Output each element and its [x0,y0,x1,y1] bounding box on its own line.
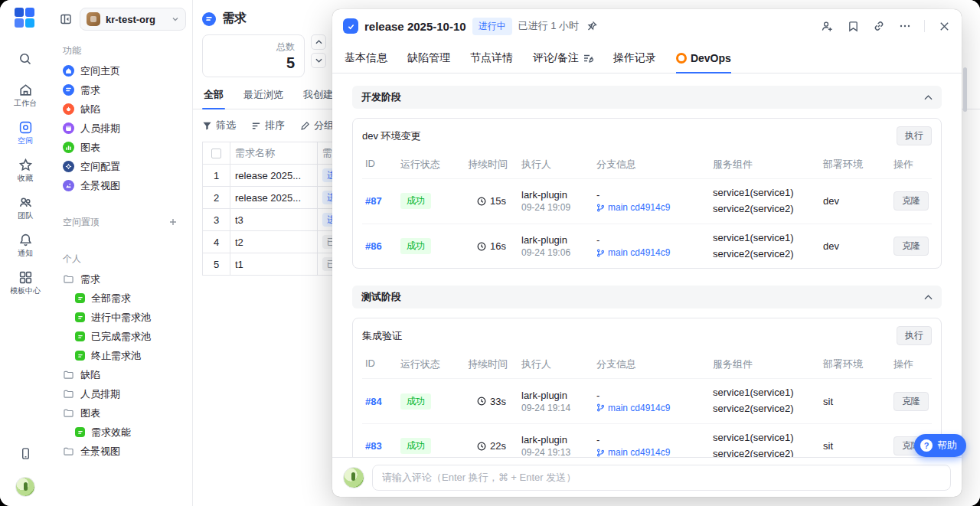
tree-item-all-requirements[interactable]: 全部需求 [55,289,188,308]
tree-item-requirement-efficiency[interactable]: 需求效能 [55,423,188,442]
col-duration: 持续时间 [465,353,518,378]
sidebar-collapse-icon[interactable] [57,10,75,28]
devops-content: 开发阶段 dev 环境变更 执行 ID 运行状态 持续时间 执行人 分支信息 服… [332,73,962,457]
run-id-link[interactable]: #83 [365,440,394,452]
sidebar-item-panorama[interactable]: 全景视图 [55,176,188,195]
rail-item-template-center[interactable]: 模板中心 [10,270,41,295]
scrollbar-thumb[interactable] [963,67,967,112]
add-member-icon[interactable] [820,19,834,33]
sidebar-item-space-home[interactable]: 空间主页 [55,61,188,80]
sidebar-item-charts[interactable]: 图表 [55,138,188,157]
stat-label: 总数 [276,41,295,54]
run-id-link[interactable]: #86 [365,240,394,252]
filter-button[interactable]: 筛选 [202,119,236,132]
service-component: service2(service2) [713,202,817,217]
requirement-name[interactable]: release 2025... [235,170,301,181]
run-id-link[interactable]: #87 [365,195,394,207]
branch-name: main cd4914c9 [608,202,670,213]
org-selector[interactable]: kr-test-org [80,8,186,31]
more-icon[interactable] [898,19,912,33]
service-component: service1(service1) [713,186,817,201]
branch-link[interactable]: main cd4914c9 [596,403,707,413]
execute-button[interactable]: 执行 [897,126,932,145]
col-services: 服务组件 [710,153,820,178]
rail-item-workbench[interactable]: 工作台 [14,83,37,107]
tree-folder-defects[interactable]: 缺陷 [55,365,188,384]
requirement-name[interactable]: t2 [235,237,243,248]
bookmark-icon[interactable] [846,19,860,33]
tree-item-completed-pool[interactable]: 已完成需求池 [55,327,188,346]
close-icon[interactable] [937,19,951,33]
run-duration: 15s [490,195,506,207]
run-status-badge: 成功 [400,193,431,209]
col-env: 部署环境 [820,153,890,178]
tab-all[interactable]: 全部 [202,88,225,109]
tree-item-terminated-pool[interactable]: 终止需求池 [55,346,188,365]
rail-item-favorites[interactable]: 收藏 [18,158,33,182]
section-dev-stage[interactable]: 开发阶段 [352,86,942,109]
sidebar-item-label: 空间主页 [80,64,120,78]
rail-bottom [12,440,38,497]
tab-comments[interactable]: 评论/备注 [533,43,593,73]
sidebar-item-defects[interactable]: 缺陷 [55,100,188,119]
tab-defect-management[interactable]: 缺陷管理 [407,43,450,73]
doc-icon [75,293,85,303]
sidebar-item-staff-schedule[interactable]: 人员排期 [55,119,188,138]
scroll-down-button[interactable] [311,53,326,68]
requirement-name[interactable]: t1 [235,259,243,270]
clone-button[interactable]: 克隆 [893,191,929,211]
run-id-link[interactable]: #84 [365,396,394,407]
chevron-up-icon [924,95,933,100]
tab-devops[interactable]: DevOps [676,43,731,73]
status-badge[interactable]: 进行中 [472,18,512,35]
tree-folder-requirements[interactable]: 需求 [55,269,188,289]
rail-item-space[interactable]: 空间 [18,120,33,145]
tab-recent[interactable]: 最近浏览 [242,88,285,109]
branch-link[interactable]: main cd4914c9 [596,447,707,457]
rail-item-notifications[interactable]: 通知 [18,233,33,257]
chart-icon [63,142,74,153]
branch-link[interactable]: main cd4914c9 [596,202,707,213]
sidebar-item-requirements[interactable]: 需求 [55,80,188,100]
tab-basic-info[interactable]: 基本信息 [345,43,387,73]
requirement-name[interactable]: t3 [235,214,243,226]
scroll-up-button[interactable] [311,34,326,50]
sort-button[interactable]: 排序 [251,119,285,132]
section-test-stage[interactable]: 测试阶段 [352,286,942,308]
branch-name: main cd4914c9 [608,447,670,457]
group-button[interactable]: 分组 [300,119,334,132]
add-pinned-icon[interactable] [166,215,180,229]
clone-button[interactable]: 克隆 [893,237,929,256]
pin-icon[interactable] [585,19,599,33]
requirement-name[interactable]: release 2025... [235,192,301,204]
help-button[interactable]: ? 帮助 [914,434,966,457]
tree-folder-charts[interactable]: 图表 [55,403,188,423]
execute-button[interactable]: 执行 [897,326,932,345]
chevron-up-icon [924,295,933,300]
tree-item-inprogress-pool[interactable]: 进行中需求池 [55,308,188,327]
branch-dash: - [596,434,707,446]
branch-link[interactable]: main cd4914c9 [596,247,707,258]
sidebar-item-space-config[interactable]: 空间配置 [55,157,188,176]
tree-folder-staff-schedule[interactable]: 人员排期 [55,384,188,403]
clone-button[interactable]: 克隆 [893,392,929,411]
rail-item-team[interactable]: 团队 [18,195,33,220]
col-executor: 执行人 [518,353,593,378]
space-icon [18,120,33,135]
tree-folder-panorama[interactable]: 全景视图 [55,442,188,461]
tab-operation-log[interactable]: 操作记录 [613,43,656,73]
deploy-env: dev [823,240,887,252]
search-icon[interactable] [12,46,38,72]
tab-node-details[interactable]: 节点详情 [470,43,513,73]
clock-icon [477,442,486,451]
select-all-checkbox[interactable] [211,149,221,158]
tree-item-label: 图表 [80,406,100,420]
tree-item-label: 已完成需求池 [91,330,151,344]
comment-input[interactable] [372,465,951,491]
mobile-icon[interactable] [12,440,38,466]
sidebar-item-label: 缺陷 [80,103,100,116]
sidebar-section-functions: 功能 [55,38,188,61]
user-avatar[interactable] [15,477,35,497]
run-status-badge: 成功 [400,438,431,454]
link-icon[interactable] [872,19,886,33]
